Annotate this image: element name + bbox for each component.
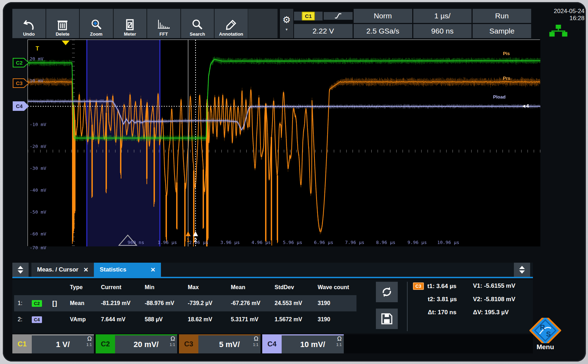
channel-cell[interactable]: C2 [32,295,52,311]
value-wave-count: 3190 [318,311,356,328]
channel-coupling: Ω1:1 [86,336,92,347]
trigger-slope-button[interactable] [324,12,352,20]
channel-scale: 20 mV/ [134,340,159,349]
oscilloscope-screen: UndoDeleteZoomMeterFFTSearchAnnotation ⚙… [0,0,588,364]
undo-button[interactable]: Undo [12,9,46,38]
menu-button[interactable]: R S Menu [529,318,561,353]
ohm-icon: Ω [170,335,175,342]
save-statistics-button[interactable] [376,309,398,329]
value-current: -81.219 mV [101,295,145,311]
row-index: 2: [14,311,32,328]
trigger-source-cell: C1 [294,9,353,23]
cursor-t2: t2: 3.81 µs [428,296,457,303]
channel-cell[interactable]: C4 [32,311,52,328]
value-mean: 5.3171 mV [231,311,275,328]
column-header: Current [101,280,145,295]
fft-button[interactable]: FFT [147,9,181,38]
meter-icon [126,19,134,31]
rising-edge-icon [334,12,342,20]
trash-icon [57,19,68,31]
tabbar-collapse-right-button[interactable] [514,263,530,277]
svg-text:R: R [540,323,545,331]
rohde-schwarz-logo: R S [529,318,561,343]
reset-statistics-button[interactable] [376,282,398,302]
value-max: -739.2 µV [188,295,231,311]
trigger-level-button[interactable]: 2.22 V [294,24,353,38]
channel4-position-marker[interactable]: ◄4 [521,103,529,109]
up-arrow-icon [18,266,23,269]
toolbar-spacer [248,9,278,38]
cursor-v2: V2: -5.8108 mV [473,296,515,303]
annotation-button[interactable]: Annotation [215,9,248,38]
channel-settings: 10 mV/Ω1:1 [282,334,344,353]
button-label: Meter [124,31,136,37]
row-index: 1: [14,295,32,311]
channel-settings: 20 mV/Ω1:1 [115,334,177,353]
table-header-spacer [32,280,52,295]
channel-settings: 1 V/Ω1:1 [32,334,94,353]
value-max: 18.62 mV [188,311,231,328]
value-mean: -67.276 mV [231,295,275,311]
channel-control-c2[interactable]: C220 mV/Ω1:1 [96,334,177,353]
probe-ratio: 1:1 [336,342,342,347]
network-icon [549,25,568,37]
panel-divider [407,282,408,331]
channel-tag-c2[interactable]: C2 [13,58,29,67]
channel-scale: 1 V/ [56,340,70,349]
probe-ratio: 1:1 [170,342,175,347]
delete-button[interactable]: Delete [46,9,80,38]
up-arrow-icon [519,266,525,269]
waveform-display[interactable]: 20 mV10 mV-10 mV-20 mV-30 mV-40 mV-50 mV… [28,40,540,246]
value-min: -88.976 mV [145,295,188,311]
close-icon[interactable]: ✕ [150,266,155,274]
measurement-type: VAmp [70,311,101,328]
meter-button[interactable]: Meter [114,9,148,38]
statistics-table: TypeCurrentMinMaxMeanStdDevWave count1:C… [14,280,362,333]
channel-tag-c3[interactable]: C3 [13,78,29,88]
settings-button[interactable]: ⚙ ▾ [280,9,293,38]
search-button[interactable]: Search [181,9,215,38]
trigger-source-button[interactable]: C1 [294,12,323,20]
cursor-readout: C3t1: 3.64 µsV1: -5.6155 mV t2: 3.81 µsV… [413,282,529,322]
value-current: 7.644 mV [101,311,145,328]
channel-control-c4[interactable]: C410 mV/Ω1:1 [262,334,344,353]
trigger-acquisition-panel: C1 Norm 1 µs/ Run 2.22 V 2.5 GSa/s 960 n… [294,9,531,38]
reset-statistics-icon [381,286,393,298]
column-header: Mean [231,280,275,295]
close-icon[interactable]: ✕ [83,266,88,274]
gear-icon: ⚙ [282,15,290,24]
ohm-icon: Ω [337,335,342,342]
menu-label: Menu [529,343,561,351]
column-header: Wave count [318,280,356,295]
down-arrow-icon [519,270,525,274]
run-state-button[interactable]: Run [473,9,531,23]
acquire-mode-button[interactable]: Sample [473,24,531,38]
horizontal-position-button[interactable]: 960 ns [413,24,472,38]
button-label: Zoom [90,31,102,37]
undo-icon [23,19,35,31]
column-header: Max [188,280,231,295]
waveform-canvas[interactable] [28,40,540,246]
zoom-button[interactable]: Zoom [80,9,114,38]
result-tabbar: Meas. / Cursor ✕ Statistics ✕ [12,263,533,278]
cursor-v1: V1: -5.6155 mV [473,282,515,290]
tab-meas-cursor[interactable]: Meas. / Cursor ✕ [31,263,94,277]
tabbar-collapse-left-button[interactable] [12,263,29,277]
gate-cell: [] [52,295,70,311]
fft-icon [157,19,170,31]
sample-rate-button[interactable]: 2.5 GSa/s [354,24,412,38]
time-label: 16:28 [534,15,584,22]
chevron-down-icon: ▾ [286,27,288,32]
channel-tag-c4[interactable]: C4 [13,101,29,111]
channel-name-badge: C4 [262,334,282,353]
channel-coupling: Ω1:1 [170,336,175,347]
down-arrow-icon [18,270,23,274]
trigger-mode-button[interactable]: Norm [354,9,412,23]
tab-label: Meas. / Cursor [37,266,78,273]
timebase-button[interactable]: 1 µs/ [413,9,472,23]
channel-control-c3[interactable]: C35 mV/Ω1:1 [179,334,260,353]
channel-control-c1[interactable]: C11 V/Ω1:1 [12,334,94,353]
tab-statistics[interactable]: Statistics ✕ [94,263,161,277]
probe-ratio: 1:1 [86,342,92,347]
trigger-level-marker[interactable]: T [36,46,39,52]
